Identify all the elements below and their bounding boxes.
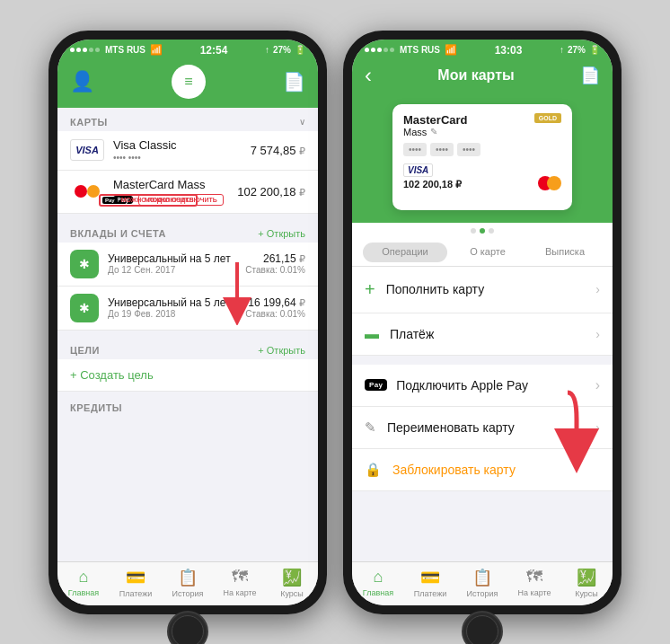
tabs-row: Операции О карте Выписка (352, 239, 613, 267)
card-3d-header: MasterCard Mass ✎ GOLD (403, 113, 561, 137)
battery-2: 27% (568, 45, 586, 55)
carrier-2: MTS RUS (400, 45, 440, 55)
visa-card-balance: 7 574,85 ₽ (251, 144, 305, 157)
apple-pay-chevron: › (595, 377, 600, 393)
card-3d-footer: VISA 102 200,18 ₽ (403, 163, 561, 190)
tab-statement[interactable]: Выписка (526, 239, 604, 266)
mastercard-item[interactable]: MasterCard Mass Pay МОЖНО ПОДКЛЮЧИТЬ 102… (57, 171, 318, 214)
menu-icon-1[interactable]: ≡ (172, 65, 206, 99)
bottom-nav-2: ⌂ Главная 💳 Платежи 📋 История 🗺 На карте… (352, 561, 613, 605)
nav-rates-label: Курсы (280, 589, 304, 598)
app-content-2: + Пополнить карту › ▬ Платёж › Pay Подкл… (352, 267, 613, 561)
doc-icon-2[interactable]: 📄 (580, 66, 600, 85)
cards-section-header: КАРТЫ ∨ (57, 108, 318, 131)
cards-section-title: КАРТЫ (70, 117, 108, 128)
deposit-icon-2: ✱ (70, 294, 99, 322)
battery-icon-1: 🔋 (295, 45, 305, 55)
goals-title: ЦЕЛИ (70, 345, 100, 356)
nav-payments[interactable]: 💳 Платежи (110, 568, 162, 598)
home-button-inner-2 (466, 615, 498, 645)
deposits-section-header: ВКЛАДЫ И СЧЕТА + Открыть (57, 219, 318, 243)
history-icon-2: 📋 (472, 568, 492, 587)
visa-card-info: Visa Classic •••• •••• (113, 138, 251, 163)
tab-operations[interactable]: Операции (363, 243, 447, 262)
mc-card-name: MasterCard Mass (113, 178, 237, 191)
visa-badge: VISA (403, 163, 433, 177)
map-icon: 🗺 (232, 568, 248, 587)
card-subname: Mass ✎ (403, 127, 468, 137)
nav-payments-2[interactable]: 💳 Платежи (404, 568, 456, 598)
nav-history-2[interactable]: 📋 История (456, 568, 508, 598)
battery-icon-2: 🔋 (589, 45, 600, 55)
arrow-up-icon: ↑ (265, 45, 269, 55)
home-icon: ⌂ (79, 568, 89, 587)
nav-rates[interactable]: 💹 Курсы (266, 568, 318, 598)
pencil-icon: ✎ (365, 419, 376, 436)
home-button-2[interactable] (462, 611, 503, 645)
home-button-1[interactable] (167, 611, 208, 645)
profile-icon-1[interactable]: 👤 (70, 70, 94, 93)
visa-card-name: Visa Classic (113, 138, 251, 152)
dot-3 (489, 228, 494, 234)
cards-chevron: ∨ (299, 117, 305, 127)
nav-payments-label: Платежи (119, 589, 153, 598)
bottom-nav-1: ⌂ Главная 💳 Платежи 📋 История 🗺 На карте… (57, 561, 318, 605)
deposit-item-1[interactable]: ✱ Универсальный на 5 лет До 12 Сен. 2017… (57, 243, 318, 287)
edit-icon: ✎ (430, 127, 437, 137)
map-icon-2: 🗺 (526, 568, 542, 587)
card-3d[interactable]: MasterCard Mass ✎ GOLD •••• •••• (392, 104, 572, 210)
arrow-2-container (514, 384, 586, 468)
lock-icon: 🔒 (365, 462, 382, 478)
add-icon: + (365, 279, 375, 300)
wifi-icon-2: 📶 (445, 44, 457, 56)
goals-action[interactable]: + Открыть (258, 345, 305, 356)
add-money-label: Пополнить карту (386, 282, 586, 296)
nav-history-label: История (172, 589, 204, 598)
nav-home-2[interactable]: ⌂ Главная (352, 568, 404, 598)
card-brand: MasterCard (403, 113, 468, 127)
credits-title: КРЕДИТЫ (57, 397, 318, 417)
payment-item[interactable]: ▬ Платёж › (352, 313, 613, 356)
deposits-title: ВКЛАДЫ И СЧЕТА (70, 228, 166, 239)
nav-map-label-2: На карте (518, 588, 551, 597)
deposit-item-2[interactable]: ✱ Универсальный на 5 лет До 19 Фев. 2018… (57, 287, 318, 331)
chevron-2: › (595, 327, 600, 341)
battery-1: 27% (273, 45, 291, 55)
visa-card-item[interactable]: VISA Visa Classic •••• •••• 7 574,85 ₽ (57, 131, 318, 171)
rates-icon: 💹 (282, 568, 302, 587)
payment-icon: ▬ (365, 326, 379, 342)
nav-history-label-2: История (467, 589, 498, 598)
add-money-item[interactable]: + Пополнить карту › (352, 267, 613, 313)
nav-history[interactable]: 📋 История (162, 568, 214, 598)
card-badge: GOLD (534, 113, 561, 123)
doc-icon-1[interactable]: 📄 (283, 71, 305, 93)
highlight-box: Pay МОЖНО ПОДКЛЮЧИТЬ (99, 194, 198, 207)
deposits-action[interactable]: + Открыть (258, 228, 305, 239)
nav-map-2[interactable]: 🗺 На карте (508, 568, 560, 598)
history-icon: 📋 (178, 568, 198, 587)
nav-home-label: Главная (68, 588, 99, 597)
nav-rates-2[interactable]: 💹 Курсы (560, 568, 613, 598)
arrow-up-icon-2: ↑ (560, 45, 564, 55)
tab-about[interactable]: О карте (449, 239, 526, 266)
nav-map-label: На карте (224, 588, 257, 597)
payments-icon-2: 💳 (420, 568, 440, 587)
visa-logo-1: VISA (70, 139, 104, 161)
home-icon-2: ⌂ (374, 568, 383, 587)
create-goal-label[interactable]: + Создать цель (70, 368, 154, 382)
phone-2: MTS RUS 📶 13:03 ↑ 27% 🔋 ‹ Мои карты 📄 (343, 31, 622, 614)
wifi-icon-1: 📶 (150, 44, 163, 56)
carrier-1: MTS RUS (105, 45, 145, 55)
payment-label: Платёж (390, 327, 585, 341)
nav-home[interactable]: ⌂ Главная (57, 568, 110, 598)
app-header-1: 👤 ≡ 📄 (57, 59, 318, 108)
dot-2 (480, 228, 485, 234)
apple-pay-badge: Pay (365, 379, 387, 391)
time-1: 12:54 (200, 44, 228, 57)
section-gap-p2 (352, 356, 613, 365)
create-goal-item[interactable]: + Создать цель (57, 359, 318, 392)
nav-map[interactable]: 🗺 На карте (214, 568, 266, 598)
back-button[interactable]: ‹ (365, 65, 372, 86)
card-showcase: MasterCard Mass ✎ GOLD •••• •••• (352, 95, 613, 223)
payments-icon: 💳 (126, 568, 145, 587)
